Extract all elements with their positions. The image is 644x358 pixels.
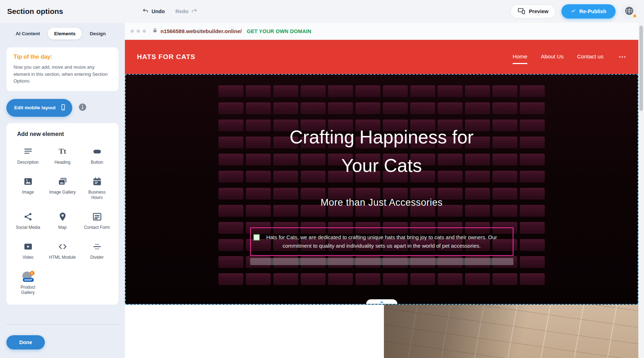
scrollbar-thumb[interactable] bbox=[639, 26, 643, 111]
tab-design[interactable]: Design bbox=[83, 28, 112, 40]
element-map[interactable]: Map bbox=[45, 211, 80, 230]
site-header: HATS FOR CATS Home About Us Contact us bbox=[125, 40, 638, 74]
hero-section[interactable]: Crafting Happiness for Your Cats More th… bbox=[125, 74, 638, 305]
tip-body: Now you can add, move and resize any ele… bbox=[14, 64, 111, 85]
done-button[interactable]: Done bbox=[6, 335, 45, 349]
window-dot bbox=[143, 30, 146, 33]
element-image[interactable]: Image bbox=[11, 176, 45, 200]
map-icon bbox=[58, 211, 68, 222]
business-hours-icon bbox=[92, 176, 102, 187]
element-label: Image bbox=[22, 190, 34, 195]
site-nav: Home About Us Contact us bbox=[513, 53, 626, 60]
window-dot bbox=[137, 30, 140, 33]
preview-label: Preview bbox=[529, 9, 548, 14]
html-module-icon bbox=[58, 241, 68, 252]
app-window: Section options Undo Redo Preview bbox=[0, 0, 644, 358]
product-gallery-icon: SHOP + bbox=[21, 271, 35, 282]
hero-content: Crafting Happiness for Your Cats More th… bbox=[126, 75, 638, 304]
element-description[interactable]: Description bbox=[11, 146, 45, 165]
window-dots bbox=[131, 30, 146, 33]
description-icon bbox=[23, 146, 33, 157]
undo-button[interactable]: Undo bbox=[142, 8, 165, 15]
element-button[interactable]: Button bbox=[80, 146, 114, 165]
nav-about-us[interactable]: About Us bbox=[541, 53, 564, 60]
element-label: Contact Form bbox=[84, 225, 110, 230]
element-label: Divider bbox=[90, 255, 104, 260]
add-element-card: Add new element Description Tt Heading bbox=[6, 123, 118, 305]
undo-label: Undo bbox=[152, 9, 165, 14]
add-element-title: Add new element bbox=[17, 131, 114, 137]
element-heading[interactable]: Tt Heading bbox=[45, 146, 80, 165]
element-label: Button bbox=[91, 160, 103, 165]
divider-icon bbox=[92, 241, 102, 252]
hero-heading[interactable]: Crafting Happiness for Your Cats bbox=[290, 126, 474, 177]
element-label: Video bbox=[22, 255, 33, 260]
notification-dot bbox=[633, 15, 636, 17]
element-image-gallery[interactable]: Image Gallery bbox=[45, 176, 80, 200]
tab-elements[interactable]: Elements bbox=[48, 28, 82, 40]
image-icon bbox=[23, 176, 33, 187]
element-social-media[interactable]: Social Media bbox=[11, 211, 45, 230]
element-label: Map bbox=[58, 225, 67, 230]
hero-heading-line2: Your Cats bbox=[290, 154, 474, 177]
element-product-gallery[interactable]: SHOP + Product Gallery bbox=[11, 271, 45, 295]
image-gallery-icon bbox=[58, 176, 68, 187]
lock-icon bbox=[152, 27, 158, 35]
window-dot bbox=[131, 30, 134, 33]
republish-label: Re-Publish bbox=[579, 9, 606, 14]
floor-photo bbox=[384, 305, 638, 358]
redo-label: Redo bbox=[175, 9, 188, 14]
preview-devices-icon bbox=[518, 8, 526, 15]
element-divider[interactable]: Divider bbox=[80, 241, 114, 260]
language-globe-button[interactable] bbox=[621, 4, 637, 19]
info-icon[interactable] bbox=[78, 102, 87, 113]
topbar: Section options Undo Redo Preview bbox=[0, 0, 644, 23]
hero-subheading[interactable]: More than Just Accessories bbox=[321, 197, 443, 208]
redo-button[interactable]: Redo bbox=[175, 8, 197, 15]
element-html-module[interactable]: HTML Module bbox=[45, 241, 80, 260]
element-label: Social Media bbox=[16, 225, 40, 230]
redo-icon bbox=[191, 8, 197, 15]
element-label: Description bbox=[17, 160, 38, 165]
element-grid: Description Tt Heading Button Ima bbox=[11, 146, 114, 295]
tab-ai-content[interactable]: AI Content bbox=[9, 28, 46, 40]
heading-icon: Tt bbox=[59, 146, 66, 157]
undo-icon bbox=[142, 8, 149, 15]
element-label: Heading bbox=[54, 160, 70, 165]
element-contact-form[interactable]: Contact Form bbox=[80, 211, 114, 230]
plus-badge: + bbox=[30, 271, 35, 275]
element-business-hours[interactable]: Business Hours bbox=[80, 176, 114, 200]
nav-contact-us[interactable]: Contact us bbox=[577, 53, 603, 60]
next-section bbox=[125, 305, 638, 358]
site-logo[interactable]: HATS FOR CATS bbox=[137, 53, 195, 61]
page-scrollbar[interactable] bbox=[638, 23, 644, 358]
sidebar-divider bbox=[6, 324, 118, 325]
check-icon bbox=[571, 9, 576, 14]
element-label: HTML Module bbox=[49, 255, 76, 260]
sidebar-tabs: AI Content Elements Design bbox=[9, 28, 125, 40]
page-title: Section options bbox=[7, 7, 125, 16]
get-domain-link[interactable]: GET YOUR OWN DOMAIN bbox=[247, 28, 311, 34]
social-media-icon bbox=[23, 211, 33, 222]
element-video[interactable]: Video bbox=[11, 241, 45, 260]
tip-title: Tip of the day: bbox=[14, 54, 111, 60]
hero-heading-line1: Crafting Happiness for bbox=[290, 126, 474, 148]
mobile-layout-row: Edit mobile layout bbox=[6, 99, 118, 117]
edit-mobile-label: Edit mobile layout bbox=[14, 105, 56, 110]
hero-paragraph[interactable]: Hats for Cats, we are dedicated to craft… bbox=[260, 233, 503, 250]
nav-more-icon[interactable] bbox=[618, 56, 626, 58]
edit-mobile-layout-button[interactable]: Edit mobile layout bbox=[6, 99, 72, 117]
republish-button[interactable]: Re-Publish bbox=[561, 4, 616, 19]
video-icon bbox=[23, 241, 33, 252]
phone-icon bbox=[60, 104, 67, 112]
site-url: n1566589.websitebuilder.online/ bbox=[160, 28, 242, 34]
section-resize-handle[interactable] bbox=[366, 299, 397, 305]
nav-home[interactable]: Home bbox=[513, 53, 527, 60]
preview-button[interactable]: Preview bbox=[510, 4, 556, 19]
element-label: Image Gallery bbox=[49, 190, 76, 195]
selected-text-element[interactable]: Hats for Cats, we are dedicated to craft… bbox=[250, 227, 513, 256]
element-drag-handle[interactable] bbox=[253, 234, 260, 241]
shop-badge: SHOP bbox=[23, 278, 34, 282]
canvas: n1566589.websitebuilder.online/ GET YOUR… bbox=[125, 23, 638, 358]
sidebar: AI Content Elements Design Tip of the da… bbox=[0, 23, 125, 358]
